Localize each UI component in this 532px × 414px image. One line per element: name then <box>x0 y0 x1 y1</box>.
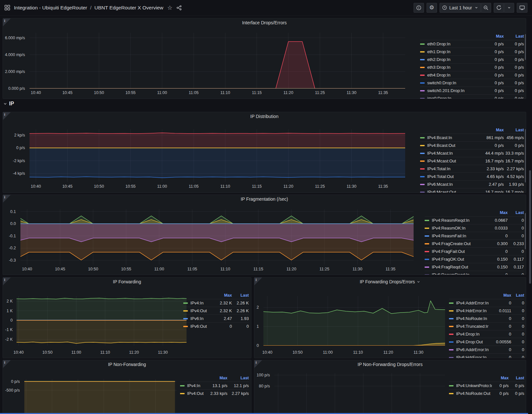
legend-item[interactable]: IPv6:HdrError:In00 <box>449 353 524 358</box>
legend-scrollbar[interactable] <box>525 213 526 249</box>
legend-scrollbar[interactable] <box>525 34 526 60</box>
legend-max-value: 0 p/s <box>479 80 504 85</box>
x-axis: 10:4010:5011:0011:1011:2011:30 <box>17 350 187 355</box>
panel-title[interactable]: IP Forwarding <box>3 279 251 284</box>
chart-ip-forwarding[interactable] <box>17 296 187 346</box>
time-range-picker[interactable]: Last 1 hour <box>440 3 481 13</box>
chart-ip-forwarding-drops-errors[interactable] <box>263 296 445 346</box>
legend-max-value: 0 p/s <box>492 383 509 388</box>
legend-column-max[interactable]: Max <box>492 376 509 380</box>
legend-item[interactable]: IPv4:FragCreate:Out0.3000.233 <box>425 240 524 247</box>
legend-last-value: 0 <box>511 308 524 313</box>
legend-last-value: 0 <box>508 249 524 254</box>
legend-item[interactable]: IPv6:Out00 <box>183 322 249 330</box>
legend-item[interactable]: IPv4:Bcast:Out0 p/s0 p/s <box>420 141 524 149</box>
legend-item[interactable]: IPv4:Drop:Out0.005560 <box>449 338 524 346</box>
chart-interface-drops-errors[interactable] <box>30 33 405 89</box>
legend-item[interactable]: IPv4:Total:Out4.65 kp/s4.52 kp/s <box>420 172 524 180</box>
legend-item[interactable]: IPv6:AddrError:In00 <box>449 346 524 353</box>
legend-column-last[interactable]: Last <box>232 293 249 298</box>
y-tick-label: 2 <box>257 305 259 310</box>
legend-item[interactable]: IPv4:Total:In2.33 kp/s2.27 kp/s <box>420 165 524 172</box>
legend-item[interactable]: IPv4:ReasmFail:In00 <box>425 232 524 240</box>
row-header-ip[interactable]: IP <box>3 101 14 107</box>
legend-column-last[interactable]: Last <box>504 128 524 132</box>
legend-item[interactable]: IPv4:Out2.33 kp/s2.27 kp/s <box>180 389 249 397</box>
legend-series-label: IPv4:FragFail:Out <box>432 249 488 254</box>
panel-title[interactable]: IP Distribution <box>3 114 526 119</box>
chart-ip-fragmentation[interactable] <box>20 209 414 265</box>
legend-item[interactable]: eth4:Drop:In0 p/s0 p/s <box>420 71 524 79</box>
legend-column-max[interactable]: Max <box>479 34 504 39</box>
dashboard-insights-button[interactable] <box>414 3 424 13</box>
kiosk-mode-button[interactable] <box>517 3 527 13</box>
star-icon[interactable]: ☆ <box>167 5 173 11</box>
legend-item[interactable]: eth1:Drop:In0 p/s0 p/s <box>420 48 524 55</box>
time-zoom-out-button[interactable] <box>481 3 491 13</box>
legend-item[interactable]: IPv4:FragFail:Out00 <box>425 247 524 255</box>
legend-item[interactable]: IPv4:Bcast:In861 mp/s456 mp/s <box>420 134 524 141</box>
legend-item[interactable]: IPv4:ReasmReqd:In0.06670 <box>425 216 524 224</box>
legend-column-last[interactable]: Last <box>511 293 524 298</box>
legend-item[interactable]: IPv6:ReasmReqd:In00 <box>425 271 524 275</box>
legend-item[interactable]: IPv6:Mcast:Out16.7 mp/s16.7 mp/s <box>420 188 524 193</box>
legend-column-last[interactable]: Last <box>509 376 524 380</box>
legend-column-max[interactable]: Max <box>204 376 227 380</box>
panel-title[interactable]: IP Fragmentation (/sec) <box>3 196 526 202</box>
legend-item[interactable]: IPv4:UnkwnProto:In0 p/s0 p/s <box>449 382 524 389</box>
legend-item[interactable]: IPv4:In2.32 K2.26 K <box>183 299 249 307</box>
legend-item[interactable]: switch0:Drop:In0 p/s0 p/s <box>420 79 524 87</box>
legend-column-max[interactable]: Max <box>213 293 232 298</box>
refresh-button[interactable] <box>494 3 504 13</box>
legend-item[interactable]: IPv4:Out2.32 K2.26 K <box>183 307 249 314</box>
chart-ip-distribution[interactable] <box>30 129 405 182</box>
legend-item[interactable]: IPv4:Drop:In00 <box>449 330 524 338</box>
legend-max-value: 2.33 kp/s <box>204 391 227 396</box>
legend-item[interactable]: switch0.201:Drop:In0 p/s0 p/s <box>420 87 524 94</box>
legend-item[interactable]: IPv4:Mcast:In44.4 mp/s33.3 mp/s <box>420 149 524 157</box>
legend-item[interactable]: IPv4:In13.1 p/s12.1 p/s <box>180 382 249 389</box>
legend-item[interactable]: IPv6:Mcast:In2.47 p/s1.93 p/s <box>420 180 524 188</box>
legend-item[interactable]: IPv4:AddrError:In00 <box>449 299 524 307</box>
legend-item[interactable]: IPv4:ReasmOK:In0.03330 <box>425 224 524 232</box>
legend-item[interactable]: IPv4:FragOK:Out0.1500.117 <box>425 255 524 263</box>
legend-column-max[interactable]: Max <box>489 293 511 298</box>
breadcrumb-folder[interactable]: Integration - Ubiquiti EdgeRouter <box>14 5 87 11</box>
grid-menu-icon[interactable] <box>5 5 10 10</box>
legend-item[interactable]: eth3:Drop:In0 p/s0 p/s <box>420 63 524 71</box>
legend-item[interactable]: imq0:Drop:In0 p/s0 p/s <box>420 94 524 99</box>
dashboard-settings-button[interactable]: ⚙ <box>427 3 437 13</box>
legend-scrollbar[interactable] <box>525 129 526 183</box>
chart-ip-non-forwarding[interactable] <box>24 379 177 414</box>
legend-item[interactable]: IPv4:HdrError:In0.01110 <box>449 307 524 314</box>
chevron-down-icon <box>3 102 7 106</box>
chart-ip-non-forwarding-drops-errors[interactable] <box>274 373 445 414</box>
legend-column-last[interactable]: Last <box>504 34 524 39</box>
legend-column-max[interactable]: Max <box>479 128 504 132</box>
legend-column-last[interactable]: Last <box>508 210 524 215</box>
y-tick-label: 100 p/s <box>257 373 270 377</box>
legend-item[interactable]: IPv4:Truncated:In00 <box>449 322 524 330</box>
legend-item[interactable]: IPv6:In2.471.93 <box>183 314 249 322</box>
legend-item[interactable]: eth2:Drop:In0 p/s0 p/s <box>420 55 524 63</box>
legend-last-value: 0 p/s <box>509 391 524 396</box>
legend-item[interactable]: IPv4:FragReqd:Out0.1500.117 <box>425 263 524 271</box>
page-scrollbar[interactable] <box>529 170 531 284</box>
legend-column-max[interactable]: Max <box>488 210 508 215</box>
panel-title[interactable]: Interface Drops/Errors <box>3 20 526 25</box>
share-icon[interactable] <box>176 5 182 10</box>
refresh-interval-dropdown[interactable] <box>504 3 514 13</box>
legend-item[interactable]: IPv4:Mcast:Out16.7 mp/s16.7 mp/s <box>420 157 524 165</box>
legend-item[interactable]: eth0:Drop:In0 p/s0 p/s <box>420 40 524 48</box>
panel-title[interactable]: IP Non-Forwarding <box>3 362 251 367</box>
panel-title[interactable]: IP Forwarding Drops/Errors <box>254 279 526 284</box>
magnifier-minus-icon <box>483 5 489 10</box>
legend-item[interactable]: IPv4:NoRoute:In00 <box>449 314 524 322</box>
legend-max-value: 0 p/s <box>479 143 504 148</box>
legend-last-value: 0 <box>511 301 524 305</box>
x-tick-label: 10:50 <box>94 184 104 189</box>
legend-column-last[interactable]: Last <box>227 376 249 380</box>
legend-item[interactable]: IPv4:NoRoute:Out0 p/s0 p/s <box>449 389 524 397</box>
panel-title[interactable]: IP Non-Forwarding Drops/Errors <box>254 362 526 367</box>
legend-last-value: 2.26 K <box>232 301 249 305</box>
